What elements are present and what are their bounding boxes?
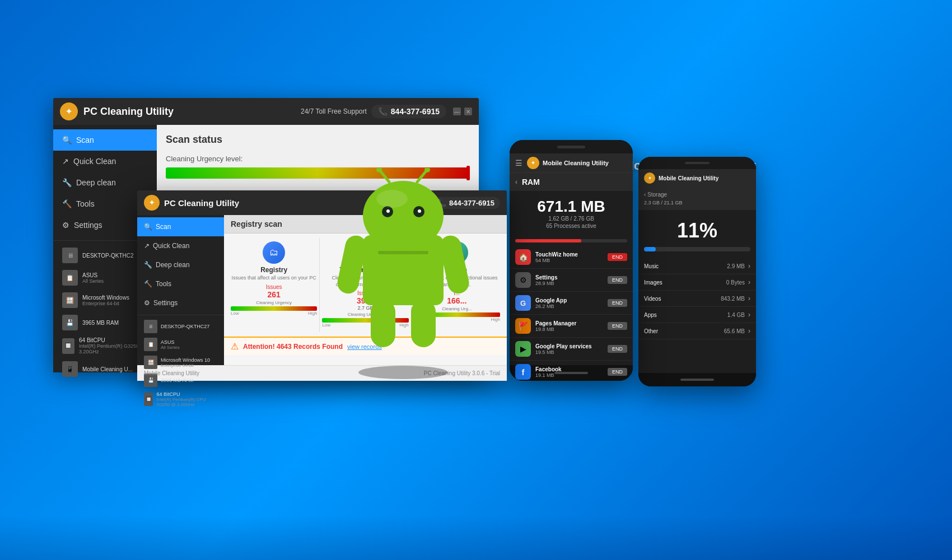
front-nav-deep-clean[interactable]: 🔧 Deep clean: [137, 255, 224, 274]
storage-nav: ‹ Storage: [644, 192, 750, 198]
pages-info: Pages Manager 19.8 MB: [535, 320, 608, 332]
app-list-item-pages: 🚩 Pages Manager 19.8 MB END: [510, 315, 633, 338]
ram-mb-value: 671.1 MB: [515, 198, 627, 216]
bg-window-titlebar: ✦ PC Cleaning Utility 24/7 Toll Free Sup…: [53, 98, 479, 125]
phone2-logo: ✦: [644, 172, 655, 184]
phone2-home-indicator: [680, 379, 714, 381]
phone1-menu-icon: ☰: [515, 158, 522, 167]
end-touchwiz-button[interactable]: END: [608, 253, 627, 261]
close-button[interactable]: ✕: [464, 108, 472, 115]
google-app-icon: G: [515, 295, 531, 311]
storage-item-other: Other 65.6 MB ›: [638, 323, 756, 339]
front-nav-tools[interactable]: 🔨 Tools: [137, 274, 224, 293]
end-settings-button[interactable]: END: [608, 276, 627, 284]
ram-ratio: 1.62 GB / 2.76 GB: [515, 216, 627, 222]
videos-arrow-icon: ›: [748, 295, 750, 302]
google-info: Google App 26.2 MB: [535, 297, 608, 309]
front-search-icon: 🔍: [144, 223, 152, 231]
registry-icon: 🗂: [263, 241, 285, 264]
phone1-app-title: Mobile Cleaning Utility: [543, 160, 609, 166]
settings-info: Settings 28.9 MB: [535, 274, 608, 286]
play-icon: ▶: [515, 341, 531, 357]
front-windows-icon: 🪟: [144, 356, 157, 369]
front-motherboard-icon: 📋: [144, 338, 157, 351]
registry-urgency-bar: [231, 306, 317, 311]
tools-icon: 🔨: [62, 199, 72, 208]
storage-list: Music 2.9 MB › Images 0 Bytes › Videos 8…: [638, 258, 756, 339]
phone2-app-title: Mobile Cleaning Utility: [659, 175, 718, 181]
front-app-logo: ✦: [144, 195, 160, 211]
storage-item-images: Images 0 Bytes ›: [638, 274, 756, 291]
phone2-notch: [638, 157, 756, 169]
end-facebook-button[interactable]: END: [608, 368, 627, 376]
touchwiz-info: TouchWiz home 54 MB: [535, 251, 608, 263]
phone1-app-list: 🏠 TouchWiz home 54 MB END ⚙ Settings 28.…: [510, 246, 633, 381]
quick-clean-icon: ↗: [62, 157, 69, 166]
settings-icon: ⚙: [62, 221, 69, 230]
end-google-button[interactable]: END: [608, 299, 627, 307]
right-eye-highlight: [418, 209, 421, 213]
mobile-icon: 📱: [62, 361, 78, 377]
phone2-screen: ✦ Mobile Cleaning Utility ‹ Storage 2.3 …: [638, 169, 756, 373]
deep-clean-icon: 🔧: [62, 178, 72, 187]
music-arrow-icon: ›: [748, 262, 750, 270]
right-leg: [411, 300, 436, 347]
app-list-item-settings: ⚙ Settings 28.9 MB END: [510, 269, 633, 292]
bg-app-title: PC Cleaning Utility: [83, 106, 301, 118]
phone1-speaker: [557, 146, 585, 148]
front-nav-quick-clean[interactable]: ↗ Quick Clean: [137, 236, 224, 255]
front-device-desktop: 🖥 DESKTOP-QKTHC27: [137, 318, 224, 335]
windows-icon: 🪟: [62, 292, 78, 308]
left-eye-highlight: [386, 209, 390, 213]
front-quick-clean-icon: ↗: [144, 242, 150, 250]
right-antenna: [417, 170, 427, 182]
storage-bar-fill: [644, 247, 656, 251]
pages-icon: 🚩: [515, 318, 531, 334]
motherboard-icon: 📋: [62, 270, 78, 286]
front-nav-settings[interactable]: ⚙ Settings: [137, 293, 224, 312]
front-device-windows: 🪟 Microsoft Windows 10 Enterprise 64-bit: [137, 353, 224, 371]
phone1-logo: ✦: [527, 157, 539, 169]
settings-app-icon: ⚙: [515, 272, 531, 288]
storage-item-music: Music 2.9 MB ›: [638, 258, 756, 274]
registry-item-registry: 🗂 Registry Issues that affect all users …: [228, 238, 320, 332]
bg-window-controls: — ✕: [453, 108, 472, 115]
front-tools-icon: 🔨: [144, 280, 152, 288]
ram-usage-bar: [515, 239, 627, 242]
storage-percent: 11%: [638, 210, 756, 247]
bg-nav-quick-clean[interactable]: ↗ Quick Clean: [53, 151, 157, 172]
front-settings-icon: ⚙: [144, 299, 150, 307]
phone1-back-icon[interactable]: ‹: [515, 178, 517, 186]
front-device-asus: 📋 ASUS All Series: [137, 335, 224, 353]
app-list-item-touchwiz: 🏠 TouchWiz home 54 MB END: [510, 246, 633, 269]
warning-icon: ⚠: [231, 341, 239, 352]
head: [363, 181, 444, 250]
storage-bar: [644, 247, 750, 251]
phone1-screen: ☰ ✦ Mobile Cleaning Utility ‹ RAM 671.1 …: [510, 153, 633, 365]
bg-phone-badge: 📞 844-377-6915: [371, 105, 446, 118]
mobile-utility-label-footer: Mobile Cleaning Utility: [144, 370, 199, 376]
apps-arrow-icon: ›: [748, 311, 750, 319]
front-nav-scan[interactable]: 🔍 Scan: [137, 217, 224, 236]
desktop-icon: 🖥: [62, 248, 78, 263]
bg-app-logo: ✦: [60, 102, 78, 120]
phone2-storage: ✦ Mobile Cleaning Utility ‹ Storage 2.3 …: [638, 157, 756, 386]
minimize-button[interactable]: —: [453, 108, 461, 115]
touchwiz-icon: 🏠: [515, 249, 531, 265]
phone-icon: 📞: [378, 107, 388, 116]
front-deep-clean-icon: 🔧: [144, 261, 152, 269]
phone1-notch: [510, 140, 633, 153]
end-play-button[interactable]: END: [608, 345, 627, 353]
bg-nav-scan[interactable]: 🔍 Scan: [53, 129, 157, 151]
end-pages-button[interactable]: END: [608, 322, 627, 330]
urgency-label: Cleaning Urgency level:: [166, 155, 470, 163]
page-reflection: [0, 515, 952, 560]
registry-urgency: Cleaning Urgency LowHigh: [231, 300, 317, 316]
phone2-speaker: [685, 162, 710, 164]
cpu-icon: 🔲: [62, 338, 74, 354]
urgency-labels: LowHigh: [231, 311, 317, 316]
other-arrow-icon: ›: [748, 327, 750, 335]
bg-phone-number: 844-377-6915: [391, 107, 440, 116]
android-mascot: [325, 168, 482, 381]
app-list-item-google: G Google App 26.2 MB END: [510, 292, 633, 315]
